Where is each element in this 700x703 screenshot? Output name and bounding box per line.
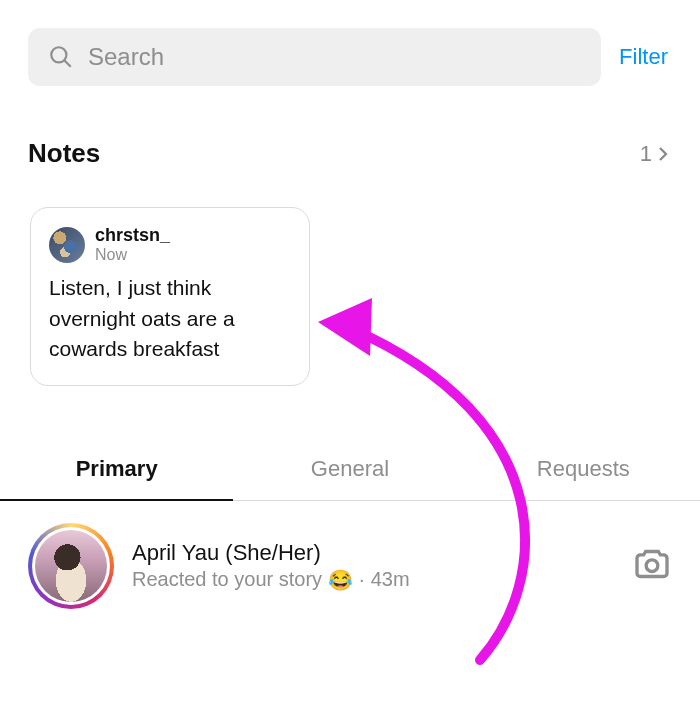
inbox-tabs: Primary General Requests — [0, 440, 700, 501]
note-card-header: chrstsn_ Now — [49, 226, 291, 263]
notes-count: 1 — [640, 141, 652, 167]
note-body: Listen, I just think overnight oats are … — [49, 273, 291, 364]
laugh-emoji-icon: 😂 — [328, 568, 353, 592]
search-input[interactable]: Search — [28, 28, 601, 86]
notes-count-link[interactable]: 1 — [640, 141, 672, 167]
story-ring[interactable] — [28, 523, 114, 609]
svg-marker-3 — [318, 298, 372, 356]
tab-primary[interactable]: Primary — [0, 440, 233, 500]
dm-row[interactable]: April Yau (She/Her) Reacted to your stor… — [0, 501, 700, 609]
notes-header: Notes 1 — [0, 86, 700, 169]
tab-requests[interactable]: Requests — [467, 440, 700, 500]
dm-subtitle: Reacted to your story 😂 · 43m — [132, 568, 614, 592]
dm-sep: · — [359, 568, 365, 591]
search-icon — [48, 44, 74, 70]
notes-title: Notes — [28, 138, 100, 169]
svg-line-1 — [64, 60, 70, 66]
note-username: chrstsn_ — [95, 226, 170, 246]
camera-button[interactable] — [632, 544, 672, 588]
svg-point-2 — [646, 560, 658, 572]
avatar — [49, 227, 85, 263]
tab-general[interactable]: General — [233, 440, 466, 500]
note-time: Now — [95, 246, 170, 264]
story-ring-inner — [32, 527, 110, 605]
search-placeholder: Search — [88, 43, 164, 71]
note-card[interactable]: chrstsn_ Now Listen, I just think overni… — [30, 207, 310, 386]
svg-point-0 — [51, 47, 66, 62]
camera-icon — [632, 544, 672, 584]
chevron-right-icon — [654, 145, 672, 163]
top-bar: Search Filter — [0, 0, 700, 86]
dm-text: April Yau (She/Her) Reacted to your stor… — [132, 540, 614, 592]
dm-time: 43m — [371, 568, 410, 591]
dm-reaction-text: Reacted to your story — [132, 568, 322, 591]
dm-name: April Yau (She/Her) — [132, 540, 614, 566]
filter-link[interactable]: Filter — [619, 44, 672, 70]
avatar — [35, 530, 107, 602]
